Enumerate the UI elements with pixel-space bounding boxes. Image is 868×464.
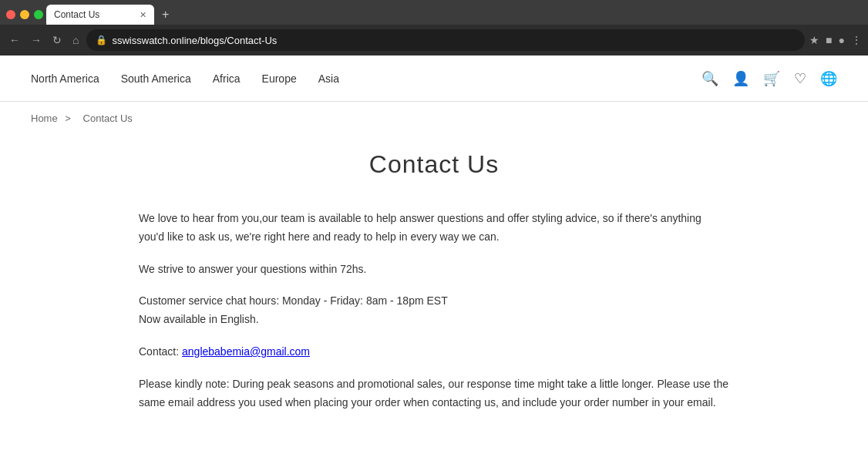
minimize-window-button[interactable] [20,10,29,19]
profile-button[interactable]: ● [839,34,845,46]
nav-links: North America South America Africa Europ… [31,72,339,85]
chat-hours: Customer service chat hours: Monday - Fr… [139,294,448,307]
browser-chrome: Contact Us ✕ + ← → ↻ ⌂ 🔒 ★ ■ ● ⋮ [0,0,868,55]
contact-email[interactable]: anglebabemia@gmail.com [182,345,310,358]
tab-close-button[interactable]: ✕ [140,10,146,20]
cart-button[interactable]: 🛒 [763,70,780,87]
tab-title: Contact Us [54,9,135,20]
url-input[interactable] [112,35,796,46]
back-button[interactable]: ← [6,31,23,49]
website: North America South America Africa Europ… [0,55,868,464]
tab-bar: Contact Us ✕ + [0,0,868,25]
breadcrumb: Home > Contact Us [0,102,868,135]
breadcrumb-current: Contact Us [83,113,133,124]
address-bar[interactable]: 🔒 [86,29,805,51]
nav-south-america[interactable]: South America [121,72,191,85]
paragraph-1: We love to hear from you,our team is ava… [139,210,729,247]
contact-label: Contact: [139,345,182,358]
lock-icon: 🔒 [96,35,107,45]
nav-asia[interactable]: Asia [318,72,339,85]
paragraph-3: Customer service chat hours: Monday - Fr… [139,292,729,329]
site-nav: North America South America Africa Europ… [0,55,868,102]
page-title: Contact Us [139,150,729,179]
reload-button[interactable]: ↻ [49,31,65,49]
paragraph-4: Contact: anglebabemia@gmail.com [139,343,729,361]
language-info: Now available in English. [139,313,259,325]
main-content: Contact Us We love to hear from you,our … [0,135,868,464]
wishlist-button[interactable]: ♡ [794,70,806,87]
browser-toolbar: ← → ↻ ⌂ 🔒 ★ ■ ● ⋮ [0,25,868,55]
home-button[interactable]: ⌂ [69,31,82,49]
paragraph-2: We strive to answer your questions withi… [139,261,729,279]
account-button[interactable]: 👤 [732,70,749,87]
paragraph-5: Please kindly note: During peak seasons … [139,375,729,412]
window-controls [6,10,43,19]
menu-button[interactable]: ⋮ [851,34,862,46]
close-window-button[interactable] [6,10,15,19]
new-tab-button[interactable]: + [157,6,173,23]
search-button[interactable]: 🔍 [701,70,718,87]
nav-icons: 🔍 👤 🛒 ♡ 🌐 [701,70,837,87]
nav-africa[interactable]: Africa [213,72,241,85]
nav-europe[interactable]: Europe [262,72,297,85]
toolbar-actions: ★ ■ ● ⋮ [809,34,862,46]
bookmark-button[interactable]: ★ [809,34,819,46]
active-tab[interactable]: Contact Us ✕ [46,5,154,25]
breadcrumb-separator: > [65,113,71,124]
nav-north-america[interactable]: North America [31,72,99,85]
breadcrumb-home-link[interactable]: Home [31,113,58,124]
restore-window-button[interactable] [34,10,43,19]
forward-button[interactable]: → [28,31,45,49]
extensions-button[interactable]: ■ [826,34,832,46]
language-button[interactable]: 🌐 [820,70,837,87]
content-body: We love to hear from you,our team is ava… [139,210,729,412]
